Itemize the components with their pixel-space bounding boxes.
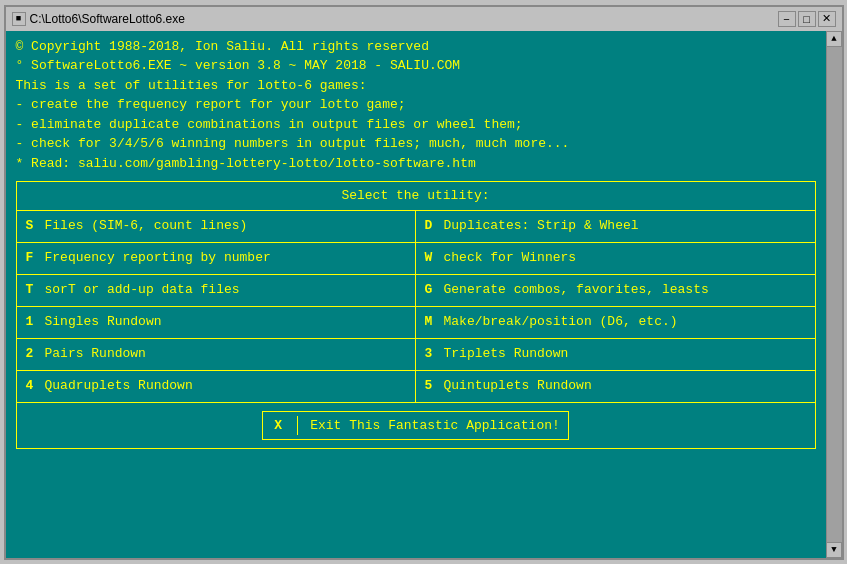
intro-line-4: - create the frequency report for your l…: [16, 95, 816, 115]
cell-value-2-left: sorT or add-up data files: [45, 280, 409, 300]
utility-grid: SFiles (SIM-6, count lines)DDuplicates: …: [17, 211, 815, 403]
exit-label: Exit This Fantastic Application!: [310, 416, 560, 436]
main-content: © Copyright 1988-2018, Ion Saliu. All ri…: [6, 31, 826, 558]
grid-cell-right-0[interactable]: DDuplicates: Strip & Wheel: [416, 211, 815, 243]
exit-key: X: [271, 416, 285, 436]
cell-key-1: 1: [23, 312, 37, 332]
intro-line-6: - check for 3/4/5/6 winning numbers in o…: [16, 134, 816, 154]
grid-cell-left-5[interactable]: 4Quadruplets Rundown: [17, 371, 416, 403]
cell-value-4-right: Triplets Rundown: [444, 344, 809, 364]
title-buttons: − □ ✕: [778, 11, 836, 27]
scroll-down-button[interactable]: ▼: [826, 542, 842, 558]
grid-cell-right-4[interactable]: 3Triplets Rundown: [416, 339, 815, 371]
grid-cell-right-2[interactable]: GGenerate combos, favorites, leasts: [416, 275, 815, 307]
grid-cell-right-1[interactable]: Wcheck for Winners: [416, 243, 815, 275]
utility-box: Select the utility: SFiles (SIM-6, count…: [16, 181, 816, 449]
title-bar: ■ C:\Lotto6\SoftwareLotto6.exe − □ ✕: [6, 7, 842, 31]
title-bar-left: ■ C:\Lotto6\SoftwareLotto6.exe: [12, 12, 185, 26]
close-button[interactable]: ✕: [818, 11, 836, 27]
cell-key-S: S: [23, 216, 37, 236]
cell-key-3: 3: [422, 344, 436, 364]
exit-divider: [297, 416, 298, 436]
intro-line-7: * Read: saliu.com/gambling-lottery-lotto…: [16, 154, 816, 174]
scrollbar[interactable]: ▲ ▼: [826, 31, 842, 558]
cell-value-2-right: Generate combos, favorites, leasts: [444, 280, 809, 300]
intro-line-2: ° SoftwareLotto6.EXE ~ version 3.8 ~ MAY…: [16, 56, 816, 76]
grid-cell-left-0[interactable]: SFiles (SIM-6, count lines): [17, 211, 416, 243]
cell-value-0-left: Files (SIM-6, count lines): [45, 216, 409, 236]
exit-cell[interactable]: X Exit This Fantastic Application!: [262, 411, 569, 441]
intro-line-3: This is a set of utilities for lotto-6 g…: [16, 76, 816, 96]
grid-cell-left-4[interactable]: 2Pairs Rundown: [17, 339, 416, 371]
cell-value-4-left: Pairs Rundown: [45, 344, 409, 364]
intro-line-1: © Copyright 1988-2018, Ion Saliu. All ri…: [16, 37, 816, 57]
cell-value-5-left: Quadruplets Rundown: [45, 376, 409, 396]
grid-cell-right-3[interactable]: MMake/break/position (D6, etc.): [416, 307, 815, 339]
cell-value-3-left: Singles Rundown: [45, 312, 409, 332]
cell-value-1-right: check for Winners: [444, 248, 809, 268]
exit-row: X Exit This Fantastic Application!: [17, 403, 815, 449]
grid-cell-left-1[interactable]: FFrequency reporting by number: [17, 243, 416, 275]
cell-key-G: G: [422, 280, 436, 300]
cell-value-3-right: Make/break/position (D6, etc.): [444, 312, 809, 332]
cell-key-5: 5: [422, 376, 436, 396]
grid-cell-right-5[interactable]: 5Quintuplets Rundown: [416, 371, 815, 403]
cell-key-T: T: [23, 280, 37, 300]
scroll-up-button[interactable]: ▲: [826, 31, 842, 47]
cell-key-2: 2: [23, 344, 37, 364]
grid-cell-left-3[interactable]: 1Singles Rundown: [17, 307, 416, 339]
cell-key-F: F: [23, 248, 37, 268]
scroll-track[interactable]: [827, 47, 842, 542]
cell-key-D: D: [422, 216, 436, 236]
cell-key-W: W: [422, 248, 436, 268]
cell-key-4: 4: [23, 376, 37, 396]
cell-value-0-right: Duplicates: Strip & Wheel: [444, 216, 809, 236]
cell-key-M: M: [422, 312, 436, 332]
intro-line-5: - eliminate duplicate combinations in ou…: [16, 115, 816, 135]
minimize-button[interactable]: −: [778, 11, 796, 27]
utility-title: Select the utility:: [17, 182, 815, 211]
cell-value-1-left: Frequency reporting by number: [45, 248, 409, 268]
window-icon: ■: [12, 12, 26, 26]
maximize-button[interactable]: □: [798, 11, 816, 27]
intro-text: © Copyright 1988-2018, Ion Saliu. All ri…: [16, 37, 816, 174]
window-title: C:\Lotto6\SoftwareLotto6.exe: [30, 12, 185, 26]
main-window: ■ C:\Lotto6\SoftwareLotto6.exe − □ ✕ © C…: [4, 5, 844, 560]
grid-cell-left-2[interactable]: TsorT or add-up data files: [17, 275, 416, 307]
content-area: © Copyright 1988-2018, Ion Saliu. All ri…: [6, 31, 842, 558]
cell-value-5-right: Quintuplets Rundown: [444, 376, 809, 396]
